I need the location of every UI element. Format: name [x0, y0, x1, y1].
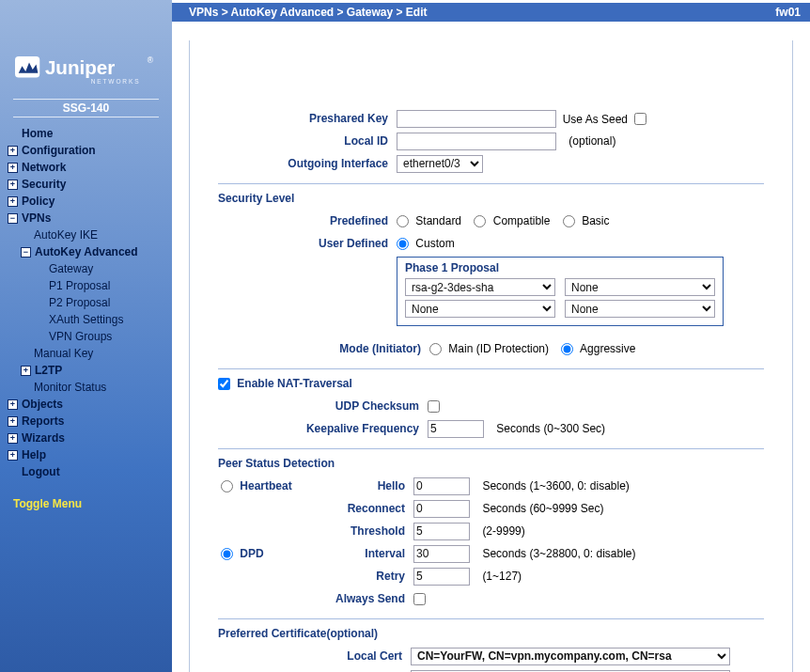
- local-id-label: Local ID: [220, 131, 394, 151]
- nav-autokey-ike[interactable]: AutoKey IKE: [8, 227, 164, 243]
- heartbeat-radio[interactable]: [221, 480, 233, 492]
- predefined-standard-label: Standard: [415, 214, 461, 227]
- use-as-seed-checkbox[interactable]: [634, 113, 646, 125]
- nav-vpn-groups[interactable]: VPN Groups: [8, 328, 164, 345]
- toggle-menu-link[interactable]: Toggle Menu: [8, 497, 164, 510]
- reconnect-label: Reconnect: [335, 498, 411, 519]
- collapse-icon[interactable]: −: [21, 247, 31, 258]
- nav-help[interactable]: +Help: [8, 446, 164, 463]
- peer-status-title: Peer Status Detection: [218, 457, 764, 470]
- phase1-title: Phase 1 Proposal: [405, 261, 715, 274]
- use-as-seed-label: Use As Seed: [563, 112, 628, 125]
- nav-monitor-status[interactable]: Monitor Status: [8, 379, 164, 396]
- outgoing-interface-label: Outgoing Interface: [220, 153, 394, 174]
- nav-objects[interactable]: +Objects: [8, 396, 164, 413]
- udp-checksum-label: UDP Checksum: [220, 396, 425, 416]
- security-level-title: Security Level: [218, 192, 764, 205]
- expand-icon[interactable]: +: [8, 146, 18, 156]
- hello-label: Hello: [335, 476, 411, 496]
- reconnect-input[interactable]: [413, 500, 470, 518]
- preshared-key-label: Preshared Key: [220, 108, 394, 129]
- mode-aggressive-radio[interactable]: [561, 343, 573, 355]
- enable-nat-traversal-label: Enable NAT-Traversal: [237, 377, 352, 390]
- predefined-standard-radio[interactable]: [397, 215, 409, 227]
- sidebar: Juniper ® NETWORKS SSG-140 Home +Configu…: [0, 0, 172, 672]
- nav-reports[interactable]: +Reports: [8, 413, 164, 430]
- juniper-logo: Juniper ® NETWORKS: [15, 52, 156, 92]
- expand-icon[interactable]: +: [8, 180, 18, 190]
- phase1-select-2[interactable]: None: [565, 278, 715, 296]
- nav-wizards[interactable]: +Wizards: [8, 430, 164, 446]
- mode-main-radio[interactable]: [429, 343, 442, 355]
- nav-gateway[interactable]: Gateway: [8, 260, 164, 277]
- always-send-checkbox[interactable]: [413, 593, 426, 605]
- predefined-compatible-radio[interactable]: [474, 215, 486, 227]
- threshold-input[interactable]: [413, 523, 470, 540]
- always-send-label: Always Send: [335, 588, 411, 609]
- reconnect-hint: Seconds (60~9999 Sec): [473, 502, 603, 515]
- threshold-hint: (2-9999): [473, 524, 524, 538]
- expand-icon[interactable]: +: [8, 163, 18, 173]
- expand-icon[interactable]: +: [8, 196, 18, 207]
- nav-configuration[interactable]: +Configuration: [8, 142, 164, 159]
- interval-label: Interval: [335, 543, 411, 564]
- local-id-hint: (optional): [559, 134, 615, 148]
- keepalive-hint: Seconds (0~300 Sec): [487, 422, 605, 435]
- nav-tree: Home +Configuration +Network +Security +…: [8, 125, 164, 480]
- interval-hint: Seconds (3~28800, 0: disable): [473, 547, 635, 560]
- nav-p2-proposal[interactable]: P2 Proposal: [8, 294, 164, 311]
- expand-icon[interactable]: +: [8, 416, 18, 427]
- nav-manual-key[interactable]: Manual Key: [8, 345, 164, 362]
- phase1-select-4[interactable]: None: [565, 300, 715, 318]
- peer-ca-label: Peer CA: [220, 668, 408, 672]
- svg-text:®: ®: [148, 55, 154, 65]
- udp-checksum-checkbox[interactable]: [428, 400, 440, 413]
- breadcrumb: VPNs > AutoKey Advanced > Gateway > Edit: [189, 6, 428, 19]
- nav-logout[interactable]: Logout: [8, 463, 164, 480]
- predefined-label: Predefined: [220, 211, 394, 231]
- outgoing-interface-select[interactable]: ethernet0/3: [397, 155, 483, 173]
- nav-network[interactable]: +Network: [8, 159, 164, 176]
- nav-autokey-advanced[interactable]: −AutoKey Advanced: [8, 243, 164, 260]
- hello-hint: Seconds (1~3600, 0: disable): [473, 479, 629, 492]
- topbar: VPNs > AutoKey Advanced > Gateway > Edit…: [172, 3, 810, 22]
- user-defined-label: User Defined: [220, 233, 394, 254]
- nav-l2tp[interactable]: +L2TP: [8, 362, 164, 379]
- nav-xauth-settings[interactable]: XAuth Settings: [8, 311, 164, 328]
- collapse-icon[interactable]: −: [8, 213, 18, 224]
- interval-input[interactable]: [413, 545, 470, 563]
- preferred-cert-title: Preferred Certificate(optional): [218, 627, 764, 640]
- nav-p1-proposal[interactable]: P1 Proposal: [8, 277, 164, 294]
- preshared-key-input[interactable]: [397, 110, 556, 128]
- dpd-radio[interactable]: [221, 548, 233, 560]
- predefined-basic-label: Basic: [582, 214, 609, 227]
- user-defined-custom-radio[interactable]: [397, 238, 409, 250]
- mode-label: Mode (Initiator): [220, 338, 427, 359]
- expand-icon[interactable]: +: [8, 433, 18, 444]
- keepalive-label: Keepalive Frequency: [220, 418, 425, 439]
- retry-label: Retry: [335, 566, 411, 586]
- local-cert-label: Local Cert: [220, 646, 408, 666]
- device-model: SSG-140: [13, 99, 159, 117]
- hostname: fw01: [775, 6, 801, 19]
- nav-policy[interactable]: +Policy: [8, 193, 164, 210]
- form-body: Preshared Key Use As Seed Local ID (opti…: [189, 40, 793, 672]
- expand-icon[interactable]: +: [8, 399, 18, 410]
- predefined-basic-radio[interactable]: [563, 215, 575, 227]
- hello-input[interactable]: [413, 477, 470, 495]
- phase1-select-1[interactable]: rsa-g2-3des-sha: [405, 278, 555, 296]
- predefined-compatible-label: Compatible: [493, 214, 551, 227]
- retry-hint: (1~127): [473, 570, 522, 583]
- nav-home[interactable]: Home: [8, 125, 164, 142]
- nav-vpns[interactable]: −VPNs: [8, 210, 164, 227]
- expand-icon[interactable]: +: [21, 366, 31, 376]
- mode-aggressive-label: Aggressive: [580, 342, 635, 355]
- local-cert-select[interactable]: CN=YourFW, CN=vpn.mycompany.com, CN=rsa: [411, 648, 730, 665]
- keepalive-input[interactable]: [428, 420, 484, 438]
- nav-security[interactable]: +Security: [8, 176, 164, 193]
- retry-input[interactable]: [413, 568, 470, 586]
- enable-nat-traversal-checkbox[interactable]: [218, 378, 230, 390]
- local-id-input[interactable]: [397, 133, 556, 150]
- expand-icon[interactable]: +: [8, 450, 18, 461]
- phase1-select-3[interactable]: None: [405, 300, 555, 318]
